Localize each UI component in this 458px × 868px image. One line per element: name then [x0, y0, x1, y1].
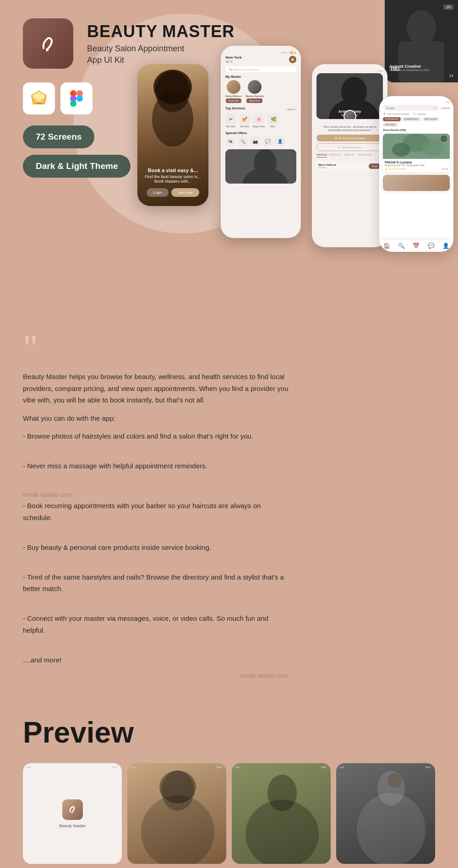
- tab-about[interactable]: ABOUT ME: [344, 154, 356, 157]
- svg-point-14: [76, 95, 83, 102]
- offer-icon-3[interactable]: 📷: [250, 136, 260, 146]
- main-app-phone: 9:41 ▪▪▪▪ 📶 🔋 New York 32°c 🔔 🔍 Search y…: [221, 46, 301, 238]
- be-master-button[interactable]: ⭐ Be My Beauty Master: [316, 135, 383, 141]
- watermark-right: iamdk.taobao.com: [23, 672, 289, 679]
- onboarding-subtext: Find the best beauty salon in... Book Ma…: [142, 174, 204, 184]
- result-card-1[interactable]: ♡ PACHA'S Luciana Haring Sun Ave 100, Ph…: [383, 134, 450, 172]
- offer-icon-2[interactable]: 🔍: [238, 136, 248, 146]
- services-row: ✂ Hair Salon 💅 Nail Salon 🌸 Beauty Salon…: [225, 114, 296, 128]
- offer-icon-1[interactable]: 🛍: [225, 136, 235, 146]
- nav-chat-icon[interactable]: 💬: [428, 243, 435, 249]
- send-message-button[interactable]: ✉ Send Messages: [316, 143, 383, 151]
- mas-icon: 🌿: [268, 114, 279, 125]
- preview-section: Preview 9:41 SKIP Beauty Master 9:41 SKI…: [0, 697, 458, 868]
- preview-phone-2: 9:41 SKIP: [127, 763, 226, 864]
- master-avatar-2: [248, 80, 262, 94]
- sr-status-bar: 9:41: [383, 101, 450, 103]
- result-card-2[interactable]: [383, 175, 450, 191]
- profile-photo: Arthur Brady Barber, Stylist: [316, 73, 383, 119]
- service-price: $30.00+: [318, 166, 336, 169]
- result-info-1: PACHA'S Luciana Haring Sun Ave 100, Phil…: [383, 159, 450, 172]
- main-header: New York 32°c 🔔: [225, 55, 296, 64]
- result-count: Show Results (256): [383, 129, 450, 131]
- top-services-label: Top Services: [225, 107, 245, 110]
- service-nail[interactable]: 💅 Nail Salon: [239, 114, 250, 128]
- svg-point-27: [422, 139, 445, 156]
- tab-services[interactable]: SERVICES: [316, 154, 327, 157]
- book-btn-1[interactable]: Book Now: [226, 98, 242, 103]
- tab-portfolio[interactable]: PORTFOLIO: [328, 154, 342, 157]
- preview-phones-row: 9:41 SKIP Beauty Master 9:41 SKIP: [23, 763, 435, 864]
- search-bar[interactable]: 🔍 Search your services...: [225, 66, 296, 72]
- result-photo-1: ♡: [383, 134, 450, 159]
- nav-home-icon[interactable]: 🏠: [383, 243, 390, 249]
- filter-massage[interactable]: MASSAGE: [383, 123, 398, 127]
- service-hair[interactable]: ✂ Hair Salon: [225, 114, 236, 128]
- sr-filter-tabs: IN BUSINESS BARBERSHOP HAIR SALON MASSAG…: [383, 117, 450, 127]
- book-btn-2[interactable]: Book Now: [246, 98, 262, 103]
- preview-skip-1[interactable]: SKIP: [112, 766, 117, 769]
- desc-feature-6: - Connect with your master via messages,…: [23, 613, 289, 636]
- nail-icon: 💅: [239, 114, 250, 125]
- desc-paragraph-1: Beauty Master helps you browse for beaut…: [23, 371, 289, 406]
- my-master-label: My Master: [225, 75, 296, 78]
- svg-point-36: [357, 793, 425, 864]
- notification-icon[interactable]: 🔔: [289, 56, 296, 63]
- service-item-row: Men's Haircut $30.00+ Book: [316, 162, 383, 171]
- sr-location-row: 📍Your Current Location 🕐Anytime: [383, 113, 450, 115]
- svg-point-30: [141, 795, 214, 864]
- profile-tabs: SERVICES PORTFOLIO ABOUT ME REVIEWS ME: [316, 154, 383, 159]
- master-card-2: Maurice Reynolds Book Now: [245, 80, 264, 103]
- preview-label-1: Beauty Master: [59, 824, 86, 828]
- profile-avatar-small: [344, 110, 356, 119]
- tab-reviews[interactable]: REVIEWS ME: [357, 154, 372, 157]
- offer-icon-5[interactable]: 👤: [275, 136, 285, 146]
- preview-phone-3: 9:41 SKIP: [232, 763, 331, 864]
- nav-profile-icon[interactable]: 👤: [442, 243, 449, 249]
- nail-label: Nail Salon: [240, 125, 250, 128]
- result-name-1: PACHA'S Luciana: [385, 161, 448, 164]
- result-photo-2: [383, 175, 450, 191]
- filter-business[interactable]: IN BUSINESS: [383, 117, 401, 121]
- desc-feature-2: - Never miss a massage with helpful appo…: [23, 460, 289, 472]
- sr-search-bar: 🔍Luc ✕ Cancel: [383, 105, 450, 111]
- special-offers-icons: 🛍 🔍 📷 💬 👤: [225, 136, 296, 146]
- sr-bottom-nav: 🏠 🔍 📅 💬 👤: [379, 239, 453, 252]
- offer-icon-4[interactable]: 💬: [262, 136, 273, 146]
- svg-point-31: [159, 770, 196, 803]
- preview-phone-1: 9:41 SKIP Beauty Master: [23, 763, 122, 864]
- result-rating-1: ⭐ 4.8 (3.2k reviews): [385, 168, 406, 170]
- mas-label: Mas...: [271, 125, 276, 128]
- see-all-services[interactable]: See All >: [287, 108, 296, 111]
- onboarding-phone: Book a visit easy &... Find the best bea…: [137, 64, 208, 206]
- favorite-icon[interactable]: ♡: [441, 136, 447, 142]
- sr-search-input[interactable]: 🔍Luc ✕: [383, 105, 439, 111]
- sr-cancel-btn[interactable]: Cancel: [441, 107, 450, 109]
- svg-point-33: [245, 800, 319, 864]
- master-name-1: Hannah Benson: [225, 95, 242, 98]
- desc-feature-1: - Browse photos of hairstyles and colors…: [23, 430, 289, 442]
- svg-point-28: [71, 812, 73, 814]
- beauty-label: Beauty Salon: [253, 125, 265, 128]
- nav-calendar-icon[interactable]: 📅: [413, 243, 420, 249]
- service-beauty[interactable]: 🌸 Beauty Salon: [253, 114, 265, 128]
- desc-feature-5: - Tired of the same hairstyles and nails…: [23, 571, 289, 595]
- beauty-icon: 🌸: [253, 114, 264, 125]
- app-icon: [23, 18, 73, 69]
- sketch-icon: [23, 82, 55, 114]
- join-button[interactable]: Join Now: [171, 188, 199, 197]
- login-button[interactable]: Login: [147, 188, 169, 197]
- status-bar: 9:41 ▪▪▪▪ 📶 🔋: [225, 51, 296, 54]
- preview-person-4: [336, 763, 435, 864]
- filter-barbershop[interactable]: BARBERSHOP: [402, 117, 421, 121]
- preview-person-3: [232, 763, 331, 864]
- desc-feature-4: - Buy beauty & personal care products in…: [23, 542, 289, 553]
- filter-hair-salon[interactable]: HAIR SALON: [422, 117, 439, 121]
- watermark-left: iamdk.taobao.com: [23, 490, 71, 500]
- top-services-header: Top Services See All >: [225, 107, 296, 112]
- service-mas[interactable]: 🌿 Mas...: [268, 114, 279, 128]
- svg-point-17: [153, 70, 192, 104]
- master-card-1: Hannah Benson Book Now: [225, 80, 242, 103]
- hero-section: TRU August Creative Published on Septemb…: [0, 0, 458, 320]
- nav-search-icon[interactable]: 🔍: [398, 243, 405, 249]
